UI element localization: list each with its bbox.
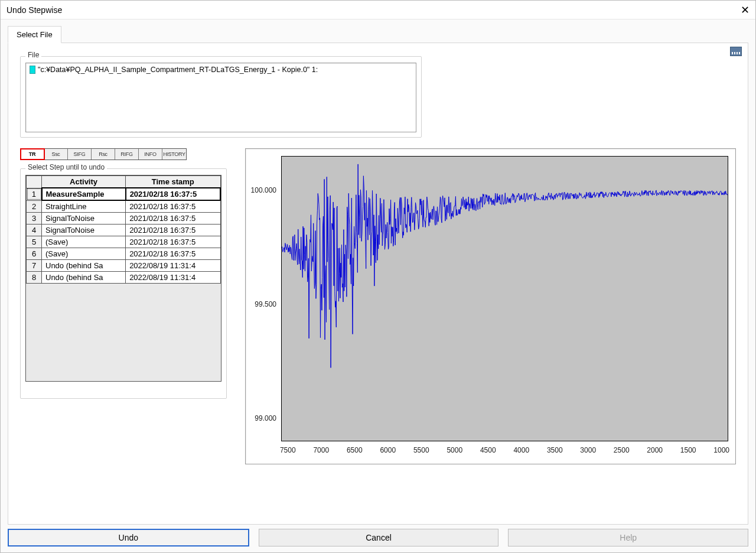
datablock-tab-history[interactable]: HISTORY bbox=[162, 149, 186, 160]
steps-group-legend: Select Step until to undo bbox=[25, 163, 107, 171]
row-activity: Undo (behind Sa bbox=[42, 272, 126, 284]
row-number: 1 bbox=[27, 188, 42, 200]
x-tick-label: 5000 bbox=[447, 446, 462, 454]
x-tick-label: 6000 bbox=[380, 446, 396, 454]
tab-strip: Select File bbox=[8, 25, 748, 43]
file-path-text: "c:¥Data¥PQ_ALPHA_II_Sample_Compartment_… bbox=[38, 66, 318, 74]
datablock-tab-tr[interactable]: TR bbox=[21, 149, 44, 160]
row-timestamp: 2022/08/19 11:31:4 bbox=[126, 272, 220, 284]
titlebar: Undo Stepwise ✕ bbox=[1, 1, 755, 19]
x-tick-label: 2000 bbox=[647, 446, 663, 454]
row-number: 6 bbox=[27, 248, 42, 260]
row-timestamp: 2021/02/18 16:37:5 bbox=[126, 200, 220, 213]
row-activity: (Save) bbox=[42, 248, 126, 260]
chart-y-axis: 99.00099.500100.000 bbox=[246, 156, 280, 441]
steps-table[interactable]: Activity Time stamp 1MeasureSample2021/0… bbox=[26, 175, 221, 284]
file-groupbox: File "c:¥Data¥PQ_ALPHA_II_Sample_Compart… bbox=[20, 56, 422, 138]
chart-plot-area bbox=[281, 156, 728, 441]
ruler-icon[interactable] bbox=[730, 47, 742, 56]
row-number: 2 bbox=[27, 200, 42, 213]
x-tick-label: 5500 bbox=[413, 446, 429, 454]
x-tick-label: 1000 bbox=[713, 446, 729, 454]
row-timestamp: 2021/02/18 16:37:5 bbox=[126, 236, 220, 248]
x-tick-label: 2500 bbox=[614, 446, 630, 454]
chart-panel[interactable]: 99.00099.500100.000 75007000650060005500… bbox=[245, 148, 736, 464]
row-timestamp: 2021/02/18 16:37:5 bbox=[126, 188, 220, 200]
datablock-tab-ssc[interactable]: Ssc bbox=[44, 149, 68, 160]
chart-x-axis: 7500700065006000550050004500400035003000… bbox=[281, 445, 728, 458]
datablock-tab-rifg[interactable]: RIFG bbox=[115, 149, 139, 160]
row-activity: Undo (behind Sa bbox=[42, 260, 126, 272]
x-tick-label: 3000 bbox=[580, 446, 596, 454]
row-activity: SignalToNoise bbox=[42, 213, 126, 225]
file-group-legend: File bbox=[25, 51, 41, 59]
row-timestamp: 2021/02/18 16:37:5 bbox=[126, 213, 220, 225]
row-number: 7 bbox=[27, 260, 42, 272]
row-timestamp: 2022/08/19 11:31:4 bbox=[126, 260, 220, 272]
datablock-tab-sifg[interactable]: SIFG bbox=[68, 149, 92, 160]
table-row[interactable]: 8Undo (behind Sa2022/08/19 11:31:4 bbox=[27, 272, 221, 284]
row-number: 8 bbox=[27, 272, 42, 284]
help-button[interactable]: Help bbox=[508, 529, 748, 547]
tab-content: File "c:¥Data¥PQ_ALPHA_II_Sample_Compart… bbox=[8, 43, 748, 525]
x-tick-label: 4000 bbox=[513, 446, 529, 454]
row-number: 4 bbox=[27, 225, 42, 236]
datablock-tab-info[interactable]: INFO bbox=[139, 149, 162, 160]
x-tick-label: 6500 bbox=[347, 446, 363, 454]
x-tick-label: 7000 bbox=[313, 446, 329, 454]
table-row[interactable]: 7Undo (behind Sa2022/08/19 11:31:4 bbox=[27, 260, 221, 272]
steps-empty-area bbox=[26, 284, 221, 382]
mid-row: TRSscSIFGRscRIFGINFOHISTORY Select Step … bbox=[20, 148, 736, 464]
y-tick-label: 99.500 bbox=[255, 300, 276, 308]
row-timestamp: 2021/02/18 16:37:5 bbox=[126, 248, 220, 260]
steps-groupbox: Select Step until to undo Activity Time … bbox=[20, 168, 227, 399]
undo-stepwise-dialog: Undo Stepwise ✕ Select File File "c:¥Dat… bbox=[0, 0, 756, 553]
file-list[interactable]: "c:¥Data¥PQ_ALPHA_II_Sample_Compartment_… bbox=[25, 63, 416, 132]
spectrum-line bbox=[282, 164, 728, 368]
table-row[interactable]: 3SignalToNoise2021/02/18 16:37:5 bbox=[27, 213, 221, 225]
row-number: 5 bbox=[27, 236, 42, 248]
steps-header-activity: Activity bbox=[42, 176, 126, 188]
table-row[interactable]: 6(Save)2021/02/18 16:37:5 bbox=[27, 248, 221, 260]
x-tick-label: 3500 bbox=[547, 446, 563, 454]
row-timestamp: 2021/02/18 16:37:5 bbox=[126, 225, 220, 236]
table-row[interactable]: 5(Save)2021/02/18 16:37:5 bbox=[27, 236, 221, 248]
y-tick-label: 100.000 bbox=[251, 186, 276, 194]
row-activity: StraightLine bbox=[42, 200, 126, 213]
row-activity: (Save) bbox=[42, 236, 126, 248]
file-list-item[interactable]: "c:¥Data¥PQ_ALPHA_II_Sample_Compartment_… bbox=[30, 66, 412, 74]
x-tick-label: 1500 bbox=[680, 446, 696, 454]
cancel-button[interactable]: Cancel bbox=[259, 529, 499, 547]
steps-table-wrap: Activity Time stamp 1MeasureSample2021/0… bbox=[25, 175, 221, 382]
table-row[interactable]: 1MeasureSample2021/02/18 16:37:5 bbox=[27, 188, 221, 200]
x-tick-label: 7500 bbox=[280, 446, 296, 454]
window-title: Undo Stepwise bbox=[6, 5, 62, 15]
footer-buttons: Undo Cancel Help bbox=[8, 529, 748, 547]
row-activity: SignalToNoise bbox=[42, 225, 126, 236]
undo-button[interactable]: Undo bbox=[8, 529, 249, 547]
table-row[interactable]: 2StraightLine2021/02/18 16:37:5 bbox=[27, 200, 221, 213]
datablock-tabs: TRSscSIFGRscRIFGINFOHISTORY bbox=[20, 148, 187, 160]
steps-header-row bbox=[27, 176, 42, 188]
tab-select-file[interactable]: Select File bbox=[8, 26, 61, 43]
x-tick-label: 4500 bbox=[480, 446, 496, 454]
row-activity: MeasureSample bbox=[42, 188, 126, 200]
datablock-tab-rsc[interactable]: Rsc bbox=[92, 149, 115, 160]
file-color-swatch-icon bbox=[30, 66, 35, 74]
table-row[interactable]: 4SignalToNoise2021/02/18 16:37:5 bbox=[27, 225, 221, 236]
row-number: 3 bbox=[27, 213, 42, 225]
y-tick-label: 99.000 bbox=[255, 414, 276, 422]
steps-header-timestamp: Time stamp bbox=[126, 176, 220, 188]
left-column: TRSscSIFGRscRIFGINFOHISTORY Select Step … bbox=[20, 148, 230, 409]
client-area: Select File File "c:¥Data¥PQ_ALPHA_II_Sa… bbox=[1, 19, 755, 552]
close-icon[interactable]: ✕ bbox=[726, 4, 750, 17]
